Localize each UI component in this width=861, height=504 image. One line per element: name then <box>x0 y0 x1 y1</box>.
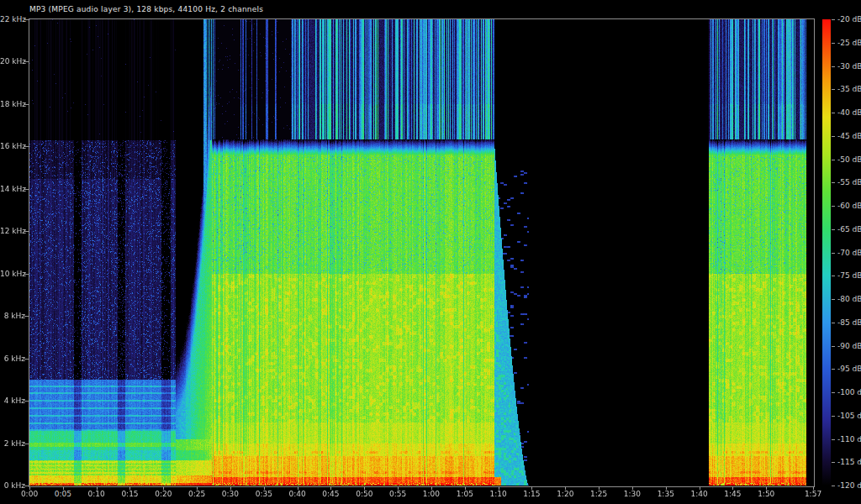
time-tick-mark <box>431 486 432 490</box>
db-tick-mark <box>832 462 835 463</box>
db-tick-label: -35 dB <box>837 86 861 93</box>
freq-tick-label: 10 kHz <box>0 270 25 277</box>
time-tick-label: 1:00 <box>423 491 440 498</box>
time-tick-mark <box>29 486 30 490</box>
db-tick-label: -40 dB <box>837 109 861 117</box>
db-tick-label: -90 dB <box>837 342 861 349</box>
time-tick-mark <box>732 486 733 490</box>
time-tick-mark <box>465 486 466 490</box>
db-tick-mark <box>832 299 835 300</box>
time-tick-label: 1:50 <box>758 491 774 498</box>
time-tick-mark <box>766 486 767 490</box>
time-tick-mark <box>298 486 298 490</box>
time-tick-label: 0:15 <box>121 491 138 498</box>
time-tick-label: 0:05 <box>55 491 71 498</box>
time-tick-mark <box>63 486 64 490</box>
db-tick-label: -30 dB <box>837 62 861 70</box>
db-tick-mark <box>832 89 835 90</box>
db-tick-label: -95 dB <box>837 365 861 373</box>
db-tick-label: -115 dB <box>837 459 861 466</box>
freq-tick-label: 22 kHz <box>0 16 25 24</box>
db-tick-mark <box>832 182 835 183</box>
freq-tick-label: 0 kHz <box>0 482 25 490</box>
db-tick-label: -110 dB <box>837 435 861 443</box>
db-tick-mark <box>832 136 835 137</box>
time-tick-label: 1:10 <box>489 491 506 498</box>
freq-tick-label: 20 kHz <box>0 58 25 66</box>
db-tick-label: -85 dB <box>837 318 861 326</box>
db-tick-label: -65 dB <box>837 225 861 233</box>
freq-tick-mark <box>24 19 29 20</box>
db-tick-mark <box>832 486 835 486</box>
db-tick-label: -50 dB <box>837 155 861 163</box>
time-tick-mark <box>632 486 633 490</box>
db-tick-label: -100 dB <box>837 389 861 396</box>
db-tick-mark <box>832 369 835 370</box>
db-tick-label: -120 dB <box>837 482 861 490</box>
time-tick-mark <box>499 486 499 490</box>
freq-tick-label: 12 kHz <box>0 228 25 235</box>
time-tick-label: 0:50 <box>356 491 372 498</box>
db-tick-label: -45 dB <box>837 132 861 139</box>
time-tick-label: 0:30 <box>222 491 239 498</box>
freq-tick-label: 14 kHz <box>0 185 25 192</box>
time-tick-label: 1:30 <box>624 491 641 498</box>
file-info-title: MP3 (MPEG audio layer 3), 128 kbps, 4410… <box>29 5 263 13</box>
time-tick-label: 0:25 <box>188 491 205 498</box>
db-tick-mark <box>832 160 835 160</box>
time-tick-mark <box>531 486 532 490</box>
db-tick-label: -20 dB <box>837 16 861 24</box>
db-tick-mark <box>832 323 835 323</box>
freq-tick-label: 6 kHz <box>0 354 25 362</box>
db-tick-mark <box>832 206 835 207</box>
time-tick-mark <box>599 486 600 490</box>
time-tick-label: 1:40 <box>690 491 707 498</box>
freq-tick-mark <box>24 146 29 147</box>
db-tick-mark <box>832 43 835 44</box>
db-tick-mark <box>832 229 835 230</box>
freq-tick-mark <box>24 104 29 105</box>
db-tick-label: -55 dB <box>837 179 861 186</box>
freq-tick-label: 18 kHz <box>0 100 25 108</box>
time-tick-label: 0:35 <box>256 491 272 498</box>
colorbar <box>822 19 831 486</box>
time-tick-mark <box>163 486 164 490</box>
time-tick-mark <box>364 486 365 490</box>
db-tick-mark <box>832 392 835 393</box>
db-tick-mark <box>832 19 835 20</box>
freq-tick-mark <box>24 316 29 317</box>
time-tick-label: 1:25 <box>590 491 607 498</box>
freq-tick-label: 2 kHz <box>0 439 25 447</box>
db-tick-mark <box>832 113 835 113</box>
time-tick-mark <box>197 486 198 490</box>
db-tick-mark <box>832 66 835 67</box>
time-tick-mark <box>813 486 814 490</box>
time-tick-label: 1:15 <box>523 491 540 498</box>
db-tick-label: -105 dB <box>837 412 861 419</box>
time-tick-label: 0:20 <box>155 491 172 498</box>
time-tick-label: 1:45 <box>724 491 741 498</box>
time-tick-label: 0:40 <box>289 491 306 498</box>
time-tick-mark <box>97 486 98 490</box>
freq-tick-mark <box>24 401 29 402</box>
db-tick-label: -60 dB <box>837 202 861 210</box>
freq-tick-mark <box>24 359 29 360</box>
time-tick-label: 0:10 <box>88 491 105 498</box>
time-tick-mark <box>666 486 667 490</box>
freq-tick-mark <box>24 274 29 275</box>
db-tick-mark <box>832 253 835 254</box>
db-tick-mark <box>832 346 835 347</box>
time-tick-mark <box>264 486 265 490</box>
freq-tick-label: 16 kHz <box>0 143 25 150</box>
freq-tick-label: 4 kHz <box>0 397 25 405</box>
time-tick-mark <box>129 486 130 490</box>
freq-tick-mark <box>24 444 29 444</box>
time-tick-label: 1:20 <box>557 491 573 498</box>
time-tick-label: 1:35 <box>658 491 674 498</box>
spectrogram-canvas <box>29 19 813 486</box>
time-tick-mark <box>398 486 399 490</box>
db-tick-label: -80 dB <box>837 296 861 303</box>
time-tick-label: 0:00 <box>21 491 38 498</box>
time-tick-label: 0:45 <box>322 491 339 498</box>
db-tick-label: -70 dB <box>837 249 861 256</box>
